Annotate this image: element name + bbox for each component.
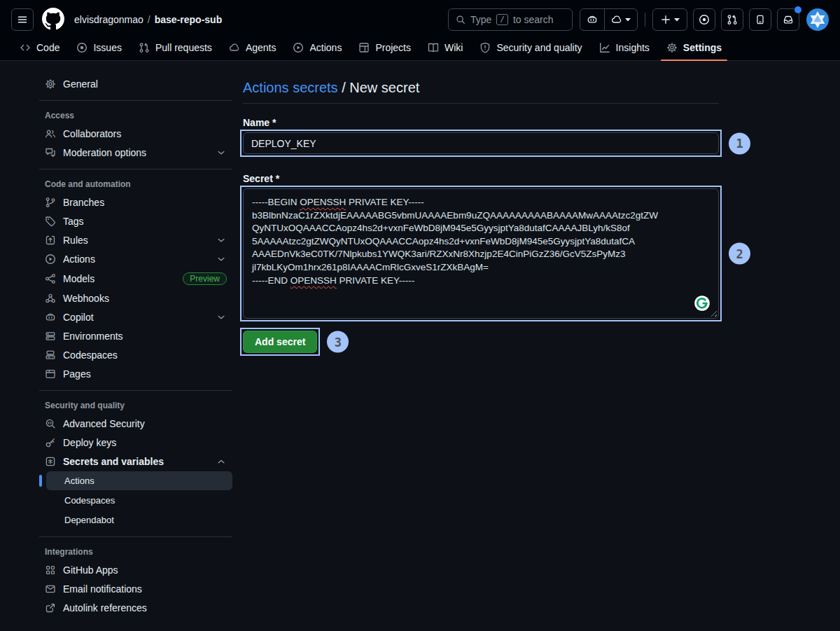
codespaces-icon — [45, 349, 56, 361]
hamburger-icon — [17, 14, 28, 25]
sidebar-divider — [39, 169, 232, 169]
sidebar-item-codespaces[interactable]: Codespaces — [39, 346, 232, 364]
sidebar-subitem-codespaces-secrets[interactable]: Codespaces — [46, 491, 232, 510]
annotation-badge-2: 2 — [729, 243, 750, 265]
graph-icon — [599, 42, 610, 53]
name-field-label: Name * — [243, 117, 719, 128]
webhook-icon — [45, 293, 56, 304]
git-branch-icon — [45, 197, 56, 208]
table-icon — [358, 42, 370, 53]
avatar[interactable] — [806, 8, 829, 31]
device-panel-button[interactable] — [749, 8, 771, 31]
sidebar-item-autolink-references[interactable]: Autolink references — [39, 599, 232, 617]
grammarly-icon[interactable] — [694, 295, 710, 312]
sidebar-item-pages[interactable]: Pages — [39, 365, 232, 383]
plus-icon — [660, 14, 671, 25]
sidebar-item-general[interactable]: General — [39, 75, 232, 93]
tab-issues[interactable]: Issues — [71, 35, 127, 60]
chevron-down-icon — [216, 312, 227, 323]
misspelled-word: OPENSSH — [290, 275, 337, 286]
copilot-icon — [587, 14, 598, 25]
sidebar-item-actions[interactable]: Actions — [39, 250, 232, 268]
sidebar-subitem-actions-secrets[interactable]: Actions — [46, 471, 232, 490]
hamburger-menu-button[interactable] — [11, 8, 34, 31]
annotation-box-2: -----BEGIN OPENSSH PRIVATE KEY----- b3Bl… — [243, 188, 719, 319]
search-icon — [456, 15, 465, 25]
sidebar-item-email-notifications[interactable]: Email notifications — [39, 580, 232, 598]
secret-value-textarea[interactable]: -----BEGIN OPENSSH PRIVATE KEY----- b3Bl… — [243, 188, 719, 319]
tab-insights[interactable]: Insights — [594, 35, 655, 60]
device-icon — [755, 14, 766, 25]
github-logo[interactable] — [42, 8, 64, 32]
tab-wiki[interactable]: Wiki — [422, 35, 468, 60]
repo-name-link[interactable]: base-repo-sub — [155, 14, 222, 25]
global-search-input[interactable]: Type / to search — [448, 8, 573, 31]
sidebar-divider — [39, 390, 232, 391]
create-new-button[interactable] — [652, 8, 687, 31]
book-icon — [428, 42, 439, 53]
header-divider — [645, 13, 645, 27]
title-divider — [243, 103, 719, 104]
preview-badge: Preview — [183, 272, 227, 285]
sidebar-item-moderation-options[interactable]: Moderation options — [39, 144, 232, 162]
browser-icon — [45, 368, 56, 380]
issue-opened-icon — [76, 42, 88, 53]
breadcrumb-separator: / — [338, 80, 350, 95]
sidebar-section-integrations: Integrations — [45, 547, 232, 557]
secret-line: QyNTUxOQAAACCAopz4hs2d+vxnFeWbD8jM945e5G… — [252, 222, 710, 235]
secret-name-input[interactable] — [243, 132, 719, 154]
sidebar-item-collaborators[interactable]: Collaborators — [39, 125, 232, 143]
sidebar-item-models[interactable]: ModelsPreview — [39, 269, 232, 289]
notifications-inbox-button[interactable] — [777, 8, 799, 31]
sidebar-item-deploy-keys[interactable]: Deploy keys — [39, 434, 232, 452]
annotation-box-1: 1 — [243, 132, 719, 154]
play-icon — [293, 42, 304, 53]
pull-requests-dashboard-button[interactable] — [721, 8, 743, 31]
settings-sidebar: General Access Collaborators Moderation … — [39, 75, 232, 618]
annotation-badge-1: 1 — [729, 132, 750, 154]
tab-security-and-quality[interactable]: Security and quality — [474, 35, 587, 60]
sidebar-item-advanced-security[interactable]: Advanced Security — [39, 415, 232, 433]
tab-pull-requests[interactable]: Pull requests — [133, 35, 218, 60]
gear-icon — [666, 42, 678, 53]
add-secret-button[interactable]: Add secret — [243, 331, 317, 353]
issues-dashboard-button[interactable] — [693, 8, 715, 31]
git-pull-request-icon — [139, 42, 150, 53]
issue-opened-icon — [699, 14, 710, 25]
comment-discussion-icon — [45, 147, 56, 158]
actions-secrets-breadcrumb-link[interactable]: Actions secrets — [243, 80, 338, 95]
rules-icon — [45, 235, 56, 246]
tab-settings[interactable]: Settings — [661, 35, 727, 60]
tag-icon — [45, 216, 56, 227]
secret-line: 5AAAAAtzc2gtZWQyNTUxOQAAACCAopz4hs2d+vxn… — [252, 235, 710, 249]
sidebar-item-secrets-and-variables[interactable]: Secrets and variables — [39, 452, 232, 471]
search-placeholder-post: to search — [513, 14, 554, 25]
tab-projects[interactable]: Projects — [353, 35, 416, 60]
textarea-resize-handle[interactable] — [710, 310, 717, 317]
apps-icon — [45, 564, 56, 576]
repo-owner-link[interactable]: elvisdragonmao — [74, 14, 144, 25]
mail-icon — [45, 583, 56, 595]
sidebar-section-security-and-quality: Security and quality — [45, 401, 232, 410]
sidebar-item-tags[interactable]: Tags — [39, 212, 232, 230]
play-icon — [45, 254, 56, 265]
chevron-up-icon — [216, 456, 227, 467]
chevron-down-icon — [216, 254, 227, 265]
annotation-badge-3: 3 — [327, 331, 349, 353]
sidebar-item-branches[interactable]: Branches — [39, 193, 232, 212]
copilot-agents-button[interactable] — [604, 9, 637, 30]
cloud-icon — [229, 42, 240, 53]
sidebar-item-github-apps[interactable]: GitHub Apps — [39, 561, 232, 579]
tab-actions[interactable]: Actions — [287, 35, 347, 60]
copilot-chat-button[interactable] — [580, 9, 604, 30]
sidebar-item-rules[interactable]: Rules — [39, 231, 232, 249]
sidebar-item-copilot[interactable]: Copilot — [39, 308, 232, 326]
sidebar-item-webhooks[interactable]: Webhooks — [39, 289, 232, 307]
secret-field-label: Secret * — [243, 173, 719, 184]
tab-agents[interactable]: Agents — [223, 35, 282, 60]
page-title: Actions secrets / New secret — [243, 80, 719, 96]
breadcrumb: elvisdragonmao / base-repo-sub — [74, 14, 222, 25]
tab-code[interactable]: Code — [14, 35, 65, 60]
sidebar-item-environments[interactable]: Environments — [39, 327, 232, 345]
sidebar-subitem-dependabot-secrets[interactable]: Dependabot — [46, 511, 232, 529]
